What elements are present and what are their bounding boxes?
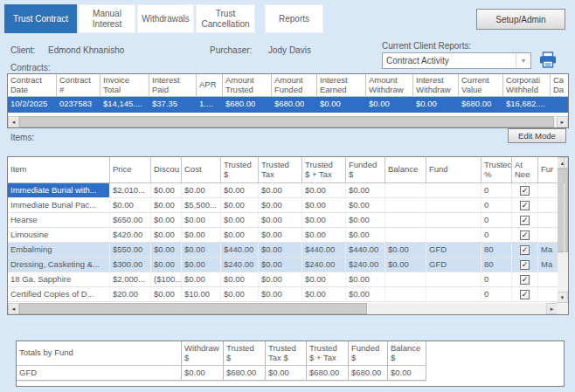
cell[interactable]: ✓ [512, 198, 538, 212]
at-need-checkbox[interactable]: ✓ [520, 290, 530, 299]
cell[interactable]: $0.00 [182, 366, 224, 381]
cell[interactable] [426, 213, 481, 227]
cell[interactable]: $0.00 [182, 243, 221, 257]
cell[interactable]: 0 [481, 213, 512, 227]
cell[interactable]: 80 [481, 258, 512, 272]
cell[interactable]: $0.00 [302, 198, 346, 212]
cell[interactable]: 0 [481, 228, 512, 242]
cell[interactable] [385, 198, 426, 212]
cell[interactable]: $650.00 [110, 213, 151, 227]
at-need-checkbox[interactable]: ✓ [520, 275, 530, 285]
cell[interactable]: GFD [426, 258, 481, 272]
cell[interactable]: $0.00 [413, 97, 459, 113]
cell[interactable]: ✓ [512, 213, 538, 227]
items-h-scrollbar[interactable]: ◄ ► [8, 303, 558, 314]
cell[interactable]: $680.00 [223, 97, 272, 113]
cell[interactable]: ✓ [512, 258, 538, 272]
cell[interactable]: GFD [17, 366, 182, 381]
at-need-checkbox[interactable]: ✓ [520, 230, 530, 240]
cell[interactable]: Certified Copies of D... [8, 287, 110, 301]
table-row[interactable]: Embalming$550.00$0.00$0.00$440.00$0.00$4… [8, 243, 558, 258]
cell[interactable] [538, 228, 565, 242]
column-header[interactable]: Trusted Tax $ [266, 341, 307, 365]
cell[interactable]: $2,010... [110, 183, 151, 197]
column-header[interactable]: Current Value [459, 74, 503, 96]
cell[interactable]: ✓ [512, 228, 538, 242]
column-header[interactable]: Trusted Tax [259, 157, 302, 182]
cell[interactable] [385, 287, 426, 301]
cell[interactable]: $0.00 [259, 183, 302, 197]
cell[interactable]: $0.00 [302, 213, 346, 227]
scrollbar-thumb[interactable] [19, 116, 554, 127]
column-header[interactable]: Trusted $ [221, 157, 259, 182]
printer-icon[interactable] [538, 52, 558, 69]
cell[interactable]: $440.00 [302, 243, 346, 257]
cell[interactable]: $680.00 [272, 97, 317, 113]
cell[interactable]: $440.00 [221, 243, 259, 257]
cell[interactable]: $0.00 [346, 213, 385, 227]
cell[interactable]: $0.00 [221, 272, 259, 286]
column-header[interactable]: Funded $ [346, 157, 385, 182]
cell[interactable]: $420.00 [110, 228, 151, 242]
cell[interactable]: $0.00 [151, 228, 182, 242]
cell[interactable]: 0237583 [57, 97, 100, 113]
cell[interactable]: $0.00 [302, 183, 346, 197]
tab-trust-contract[interactable]: Trust Contract [4, 4, 77, 33]
column-header[interactable]: Amount Funded [272, 74, 317, 96]
cell[interactable] [426, 198, 481, 212]
column-header[interactable]: Withdraw $ [182, 341, 224, 365]
cell[interactable]: 0 [481, 287, 512, 301]
cell[interactable]: $0.00 [151, 213, 182, 227]
cell[interactable]: $0.00 [221, 287, 259, 301]
cell[interactable]: $680.00 [459, 97, 503, 113]
edit-mode-button[interactable]: Edit Mode [508, 128, 566, 143]
column-header[interactable]: Amount Trusted [223, 74, 272, 96]
tab-reports[interactable]: Reports [265, 4, 323, 33]
cell[interactable]: ✓ [512, 183, 538, 197]
column-header[interactable]: Fund [426, 157, 481, 182]
setup-admin-button[interactable]: Setup/Admin [476, 9, 565, 30]
at-need-checkbox[interactable]: ✓ [520, 260, 530, 270]
cell[interactable] [426, 272, 481, 286]
at-need-checkbox[interactable]: ✓ [520, 201, 530, 210]
cell[interactable]: $0.00 [346, 228, 385, 242]
cell[interactable]: Ma [538, 243, 565, 257]
cell[interactable]: $0.00 [346, 272, 385, 286]
scroll-left-icon[interactable]: ◄ [8, 116, 19, 127]
contracts-h-scrollbar[interactable]: ◄ ► [8, 116, 568, 127]
column-header[interactable]: Corporati Withheld [503, 74, 551, 96]
scroll-left-icon[interactable]: ◄ [8, 303, 19, 314]
cell[interactable]: $0.00 [366, 97, 413, 113]
column-header[interactable]: Trusted $ + Tax [307, 341, 349, 365]
cell[interactable]: $0.00 [259, 258, 302, 272]
cell[interactable] [385, 272, 426, 286]
column-header[interactable]: Contract # [57, 74, 100, 96]
cell[interactable]: $680.00 [349, 366, 388, 381]
cell[interactable] [426, 228, 481, 242]
cell[interactable]: $0.00 [346, 183, 385, 197]
cell[interactable]: $0.00 [302, 228, 346, 242]
cell[interactable]: Embalming [8, 243, 110, 257]
cell[interactable]: $0.00 [317, 97, 366, 113]
cell[interactable]: $5,500... [182, 198, 221, 212]
cell[interactable]: $0.00 [259, 228, 302, 242]
at-need-checkbox[interactable]: ✓ [520, 216, 530, 225]
cell[interactable]: $0.00 [259, 213, 302, 227]
column-header[interactable]: Cost [182, 157, 221, 182]
column-header[interactable]: Price [110, 157, 151, 182]
table-row[interactable]: Immediate Burial Pac...$0.00$0.00$5,500.… [8, 198, 558, 213]
cell[interactable]: Hearse [8, 213, 110, 227]
dropdown-arrow-icon[interactable]: ▾ [516, 53, 530, 68]
cell[interactable]: $0.00 [302, 287, 346, 301]
cell[interactable]: $0.00 [151, 198, 182, 212]
cell[interactable]: $14,145.... [100, 97, 149, 113]
cell[interactable]: $0.00 [182, 213, 221, 227]
table-row[interactable]: Limousine$420.00$0.00$0.00$0.00$0.00$0.0… [8, 228, 558, 243]
cell[interactable]: $0.00 [182, 183, 221, 197]
cell[interactable]: ✓ [512, 272, 538, 286]
cell[interactable]: 0 [481, 272, 512, 286]
cell[interactable]: 1.... [197, 97, 223, 113]
cell[interactable]: Dressing, Casketing &... [8, 258, 110, 272]
column-header[interactable]: Interest Withdraw [413, 74, 459, 96]
cell[interactable]: $0.00 [221, 183, 259, 197]
